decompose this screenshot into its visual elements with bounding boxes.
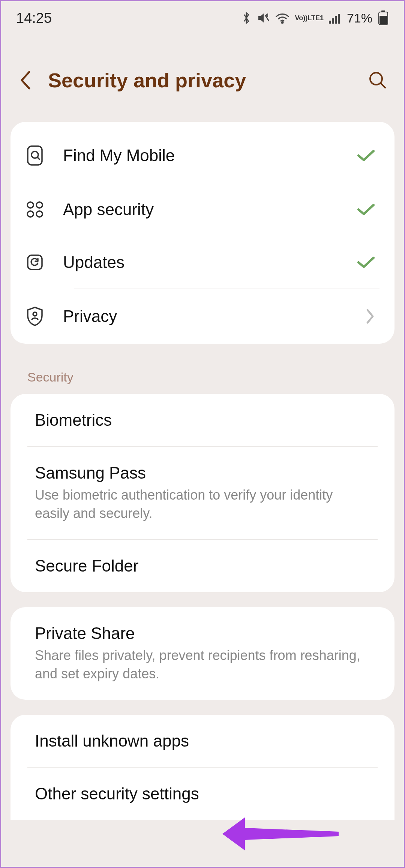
svg-rect-6 <box>335 16 337 24</box>
mute-icon <box>257 12 270 24</box>
battery-icon <box>378 10 389 25</box>
security-card: Biometrics Samsung Pass Use biometric au… <box>10 394 394 592</box>
page-header: Security and privacy <box>1 31 404 122</box>
svg-point-17 <box>36 202 42 208</box>
svg-rect-20 <box>28 255 42 269</box>
row-other-security-settings[interactable]: Other security settings <box>10 768 394 820</box>
svg-line-12 <box>381 83 385 88</box>
svg-point-16 <box>27 202 33 208</box>
row-label: Updates <box>63 253 353 272</box>
status-bar: 14:25 Vo))LTE1 <box>1 1 404 31</box>
chevron-right-icon <box>353 308 376 325</box>
row-private-share[interactable]: Private Share Share files privately, pre… <box>10 607 394 700</box>
row-label: Samsung Pass <box>35 464 370 482</box>
updates-icon <box>22 253 48 272</box>
status-time: 14:25 <box>16 10 52 26</box>
row-label: Privacy <box>63 307 353 326</box>
row-label: Find My Mobile <box>63 146 353 165</box>
back-button[interactable] <box>16 71 35 90</box>
svg-point-18 <box>27 211 33 217</box>
row-label: Other security settings <box>35 784 370 803</box>
other-card: Install unknown apps Other security sett… <box>10 715 394 820</box>
row-label: Private Share <box>35 624 370 643</box>
svg-rect-5 <box>332 18 334 24</box>
svg-rect-7 <box>338 14 340 24</box>
annotation-arrow <box>222 815 342 854</box>
svg-rect-13 <box>28 146 42 165</box>
bluetooth-icon <box>241 11 252 25</box>
row-label: Biometrics <box>35 411 370 430</box>
check-icon <box>353 255 376 270</box>
status-icons: Vo))LTE1 71% <box>241 10 389 25</box>
page-title: Security and privacy <box>48 69 353 92</box>
row-biometrics[interactable]: Biometrics <box>10 394 394 446</box>
svg-rect-4 <box>329 21 331 24</box>
row-sublabel: Share files privately, prevent recipient… <box>35 647 370 683</box>
row-label: Install unknown apps <box>35 732 370 750</box>
row-samsung-pass[interactable]: Samsung Pass Use biometric authenticatio… <box>10 447 394 539</box>
svg-point-19 <box>36 211 42 217</box>
signal-icon <box>329 12 342 24</box>
find-icon <box>22 145 48 166</box>
svg-point-3 <box>282 22 283 23</box>
row-label: App security <box>63 200 353 219</box>
volte-icon: Vo))LTE1 <box>295 15 324 21</box>
row-find-my-mobile[interactable]: Find My Mobile <box>10 128 394 183</box>
row-install-unknown-apps[interactable]: Install unknown apps <box>10 715 394 767</box>
svg-point-21 <box>33 312 37 316</box>
row-sublabel: Use biometric authentication to verify y… <box>35 486 370 522</box>
section-label-security: Security <box>1 359 404 394</box>
privacy-icon <box>22 306 48 327</box>
wifi-icon <box>275 12 290 24</box>
dashboard-card: Find My Mobile App security Updates <box>10 122 394 344</box>
search-button[interactable] <box>366 69 389 91</box>
svg-rect-10 <box>380 16 387 24</box>
private-share-card: Private Share Share files privately, pre… <box>10 607 394 700</box>
svg-line-0 <box>265 15 269 21</box>
check-icon <box>353 202 376 217</box>
row-privacy[interactable]: Privacy <box>10 289 394 344</box>
row-updates[interactable]: Updates <box>10 236 394 289</box>
row-label: Secure Folder <box>35 557 370 575</box>
row-app-security[interactable]: App security <box>10 183 394 236</box>
battery-percent: 71% <box>347 11 372 25</box>
apps-icon <box>22 200 48 219</box>
check-icon <box>353 148 376 163</box>
row-secure-folder[interactable]: Secure Folder <box>10 540 394 592</box>
svg-line-15 <box>37 157 39 159</box>
